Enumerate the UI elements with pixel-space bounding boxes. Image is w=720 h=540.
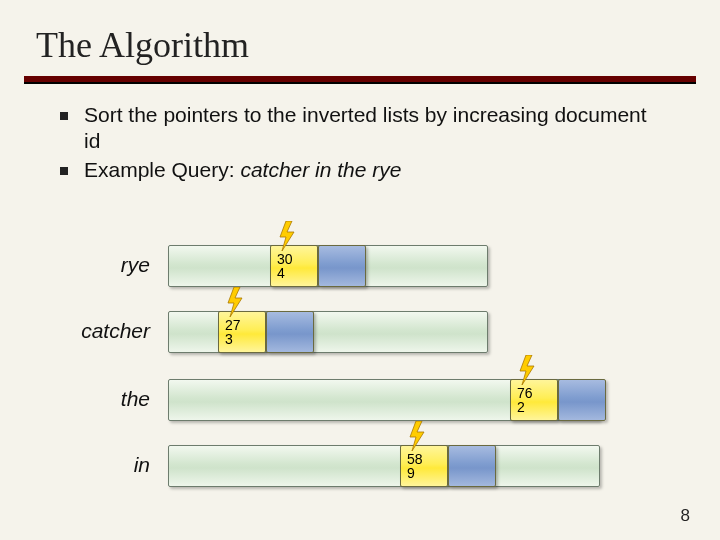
doc-id: 30 (277, 252, 293, 266)
next-cell (266, 311, 314, 353)
next-cell (558, 379, 606, 421)
next-cell (448, 445, 496, 487)
title-underline (24, 76, 696, 84)
current-pointer-cell: 30 4 (270, 245, 318, 287)
doc-count: 3 (225, 332, 233, 346)
bullet-item: Sort the pointers to the inverted lists … (60, 102, 660, 155)
term-label: rye (0, 253, 150, 277)
slide-body: Sort the pointers to the inverted lists … (0, 84, 720, 183)
doc-id: 27 (225, 318, 241, 332)
doc-id: 76 (517, 386, 533, 400)
example-query: catcher in the rye (240, 158, 401, 181)
doc-count: 2 (517, 400, 525, 414)
doc-count: 9 (407, 466, 415, 480)
bullet-item: Example Query: catcher in the rye (60, 157, 660, 183)
current-pointer-cell: 76 2 (510, 379, 558, 421)
term-label: catcher (0, 319, 150, 343)
list-bar (168, 311, 488, 353)
list-row-in: in 58 9 (0, 445, 720, 493)
next-cell (318, 245, 366, 287)
doc-count: 4 (277, 266, 285, 280)
doc-id: 58 (407, 452, 423, 466)
bullet-text: Sort the pointers to the inverted lists … (84, 103, 647, 152)
title-area: The Algorithm (0, 0, 720, 72)
page-number: 8 (681, 506, 690, 526)
list-row-the: the 76 2 (0, 379, 720, 427)
slide: The Algorithm Sort the pointers to the i… (0, 0, 720, 540)
list-row-catcher: catcher 27 3 (0, 311, 720, 359)
slide-title: The Algorithm (36, 24, 684, 66)
bullet-prefix: Example Query: (84, 158, 240, 181)
list-row-rye: rye 30 4 (0, 245, 720, 293)
term-label: in (0, 453, 150, 477)
current-pointer-cell: 27 3 (218, 311, 266, 353)
current-pointer-cell: 58 9 (400, 445, 448, 487)
term-label: the (0, 387, 150, 411)
list-bar (168, 445, 600, 487)
